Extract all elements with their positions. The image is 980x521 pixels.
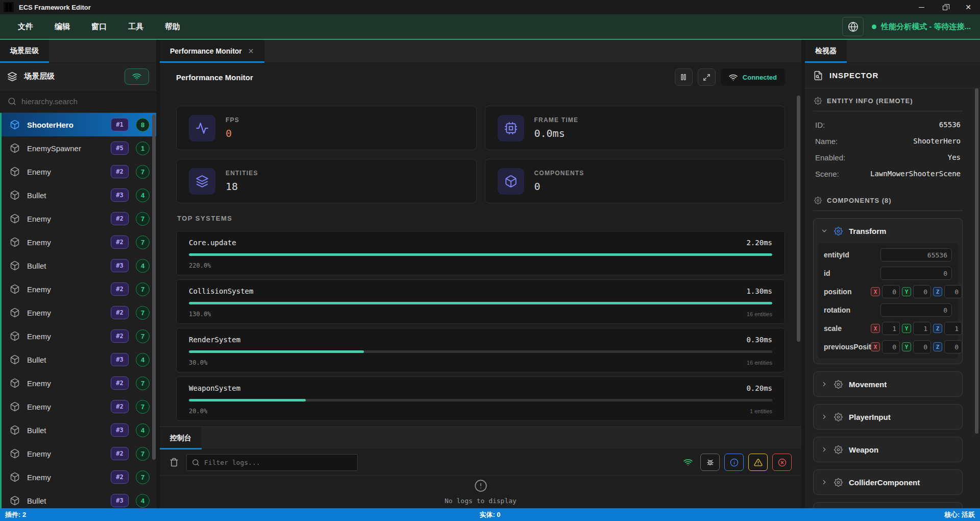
property-input[interactable]: 0 — [880, 303, 952, 317]
log-filter-input[interactable] — [204, 459, 352, 466]
hierarchy-item[interactable]: Enemy #2 7 — [2, 230, 156, 254]
property-row: position X0Y0Z0 — [821, 282, 955, 301]
hierarchy-item[interactable]: Bullet #3 4 — [2, 418, 156, 442]
hierarchy-item[interactable]: Bullet #3 4 — [2, 183, 156, 207]
language-button[interactable] — [842, 17, 864, 36]
info-filter-button[interactable] — [724, 454, 744, 471]
top-systems-label: TOP SYSTEMS — [177, 215, 784, 222]
system-time: 1.30ms — [746, 287, 772, 295]
entity-name: Enemy — [27, 449, 104, 458]
cube-icon — [10, 401, 20, 412]
property-row: id 0 — [821, 264, 955, 282]
axis-x-input[interactable]: 0 — [882, 340, 900, 353]
hierarchy-item[interactable]: Enemy #2 7 — [2, 371, 156, 395]
layers-icon — [7, 72, 17, 82]
menu-item[interactable]: 文件 — [7, 22, 44, 32]
hierarchy-item[interactable]: EnemySpawner #5 1 — [2, 136, 156, 160]
hierarchy-item[interactable]: ShooterHero #1 8 — [2, 113, 156, 136]
tab-scene-hierarchy[interactable]: 场景层级 — [0, 40, 49, 62]
menu-item[interactable]: 帮助 — [154, 22, 191, 32]
system-percent: 30.0% — [189, 359, 207, 366]
component-header[interactable]: PlayerInput — [814, 405, 962, 429]
property-input[interactable]: 65536 — [880, 248, 952, 262]
axis-x-input[interactable]: 0 — [882, 285, 900, 298]
window-title: ECS Framework Editor — [19, 4, 91, 11]
window-controls: ✕ — [910, 0, 980, 14]
menu-item[interactable]: 窗口 — [81, 22, 117, 32]
minimize-button[interactable] — [910, 0, 933, 14]
hierarchy-scrollbar[interactable] — [152, 114, 156, 460]
close-button[interactable]: ✕ — [957, 0, 980, 14]
error-filter-button[interactable] — [772, 454, 792, 471]
axis-z-input[interactable]: 0 — [944, 285, 962, 298]
axis-x-input[interactable]: 1 — [882, 322, 900, 335]
status-dot-icon — [872, 25, 876, 29]
entity-count-badge: 4 — [136, 494, 150, 508]
hierarchy-item[interactable]: Enemy #2 7 — [2, 442, 156, 465]
tab-inspector[interactable]: 检视器 — [805, 40, 847, 62]
system-progress-fill — [189, 253, 772, 256]
tab-console[interactable]: 控制台 — [160, 427, 202, 449]
hierarchy-item[interactable]: Enemy #2 7 — [2, 277, 156, 301]
component-header[interactable]: ColliderComponent — [814, 470, 962, 494]
warning-filter-button[interactable] — [748, 454, 768, 471]
tab-console-label: 控制台 — [170, 434, 191, 443]
axis-y-input[interactable]: 1 — [913, 322, 931, 335]
menu-item[interactable]: 编辑 — [44, 22, 81, 32]
property-input[interactable]: 0 — [880, 267, 952, 280]
axis-y-input[interactable]: 0 — [913, 285, 931, 298]
hierarchy-item[interactable]: Enemy #2 7 — [2, 160, 156, 183]
system-progress-track — [189, 399, 772, 401]
hierarchy-item[interactable]: Bullet #3 4 — [2, 254, 156, 277]
component-header[interactable]: Weapon — [814, 437, 962, 462]
entity-count-badge: 7 — [136, 329, 150, 343]
hierarchy-item[interactable]: Enemy #2 7 — [2, 465, 156, 489]
left-splitter[interactable] — [156, 40, 160, 508]
hierarchy-sync-button[interactable] — [125, 68, 149, 85]
component-header[interactable]: Movement — [814, 372, 962, 396]
component-gear-icon — [834, 478, 843, 487]
entity-id-badge: #2 — [111, 470, 129, 484]
axis-z-input[interactable]: 0 — [944, 340, 962, 353]
hierarchy-item[interactable]: Bullet #3 4 — [2, 348, 156, 371]
entity-count-badge: 4 — [136, 353, 150, 367]
hierarchy-item[interactable]: Enemy #2 7 — [2, 324, 156, 348]
clear-logs-button[interactable] — [169, 458, 179, 467]
hierarchy-item[interactable]: Bullet #3 4 — [2, 489, 156, 508]
hierarchy-search-input[interactable] — [21, 97, 149, 106]
status-bar: 插件: 2 实体: 0 核心: 活跃 — [0, 508, 980, 521]
restore-button[interactable] — [933, 0, 957, 14]
component-card-weapon: Weapon — [813, 437, 963, 462]
entity-name: Enemy — [27, 215, 104, 223]
right-splitter[interactable] — [801, 40, 805, 508]
inspector-scrollbar[interactable] — [975, 88, 978, 434]
hierarchy-item[interactable]: Enemy #2 7 — [2, 395, 156, 418]
cube-icon — [10, 214, 20, 224]
pause-button[interactable] — [675, 68, 693, 86]
cube-icon — [10, 425, 20, 435]
systems-list: Core.update 2.20ms 220.0% CollisionSyste… — [176, 231, 785, 421]
tab-close-icon[interactable]: ✕ — [248, 47, 254, 55]
component-header[interactable]: Transform — [814, 219, 962, 243]
stat-value: 18 — [226, 180, 258, 193]
minimize-icon — [919, 7, 924, 8]
system-progress-fill — [189, 350, 364, 353]
pause-icon — [679, 73, 688, 81]
entity-id-badge: #2 — [111, 376, 129, 390]
center-panel: Performance Monitor ✕ Performance Monito… — [160, 40, 801, 508]
axis-y-input[interactable]: 0 — [913, 340, 931, 353]
tab-performance-monitor[interactable]: Performance Monitor ✕ — [160, 40, 264, 62]
debug-filter-button[interactable] — [700, 454, 720, 471]
entity-name: Enemy — [27, 379, 104, 388]
inspector-header: INSPECTOR — [805, 63, 980, 88]
profiler-status-text: 性能分析模式 - 等待连接... — [881, 22, 971, 32]
hierarchy-item[interactable]: Enemy #2 7 — [2, 301, 156, 324]
menu-item[interactable]: 工具 — [117, 22, 154, 32]
info-value: ShooterHero — [913, 137, 961, 145]
hierarchy-item[interactable]: Enemy #2 7 — [2, 207, 156, 230]
component-header[interactable]: Health — [814, 503, 962, 508]
expand-button[interactable] — [698, 68, 716, 86]
monitor-scrollbar[interactable] — [797, 96, 800, 342]
system-card: Core.update 2.20ms 220.0% — [176, 231, 785, 275]
axis-z-input[interactable]: 1 — [944, 322, 962, 335]
